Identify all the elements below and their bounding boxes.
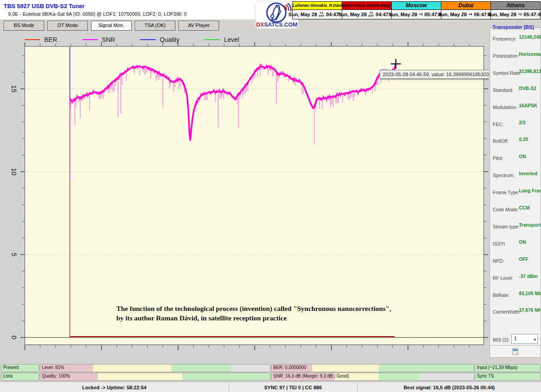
field-value: 16APSK: [519, 103, 537, 108]
field-label: ISSYI: [493, 241, 505, 246]
field-pilot-: Pilot:ON: [493, 154, 540, 167]
field-carrierwidth-: CarrierWidth:37,676 MHz: [493, 307, 540, 321]
field-modulation-: Modulation:16APSK: [493, 103, 540, 116]
field-value: 83,105 Mbit/s: [519, 291, 541, 296]
field-stream-type-: Stream type:Transport: [493, 222, 540, 236]
field-label: Polarization:: [493, 53, 519, 59]
field-value: DVB-S2: [519, 86, 536, 91]
meter-label: SNR: 16,3 dB (Margin: 9,3 dB | Good): [273, 374, 349, 378]
mis-dropdown[interactable]: 1 ▾: [511, 334, 538, 344]
meter-label: Lock: [3, 374, 13, 378]
field-value: Inverted: [519, 171, 537, 176]
tab-bs-mode[interactable]: BS Mode: [4, 21, 44, 31]
clock-city-label: Moscow: [392, 2, 441, 10]
status-lock-uptime: Locked -> Uptime: 58:22:54: [0, 382, 229, 392]
clock-time: Sun, May 28+1DST04:47:42: [342, 10, 391, 19]
annotation-line1: The function of the technological proces…: [116, 304, 459, 313]
chart-annotation: The function of the technological proces…: [116, 304, 459, 323]
mis-label: MIS (2):: [493, 337, 509, 342]
chevron-down-icon: ▾: [534, 336, 536, 344]
world-clocks: Lučenec-Slovakia_R.DávidSun, May 28+1DST…: [292, 1, 541, 19]
meter-segment: [312, 365, 379, 372]
status-bar: Locked -> Uptime: 58:22:54 SYNC 97 | TEI…: [0, 382, 541, 392]
y-tick-label-10: 10: [10, 168, 18, 176]
field-frame-type-: Frame Type:Long Frame: [493, 188, 540, 201]
y-tick-label-0: 0: [10, 336, 18, 339]
field-value: 2/3: [519, 120, 526, 125]
field-symbol-rate-: Symbol Rate:31396,813 KS/s: [493, 68, 540, 82]
field-frequency-: Frequency:12149,245 MHz: [493, 34, 540, 48]
meter-segment: [419, 373, 474, 380]
field-label: Stream type:: [493, 224, 520, 229]
meter-quality: Quality: 100%: [40, 373, 270, 381]
field-bitrate-: BitRate:83,105 Mbit/s: [493, 291, 540, 304]
meter-label: Present: [3, 365, 18, 370]
meter-label: BER: 0,0000000: [273, 365, 306, 370]
field-label: Symbol Rate:: [493, 70, 521, 76]
meter-segment: [171, 365, 231, 372]
meter-label: Sync TS: [477, 374, 494, 378]
y-tick-label-5: 5: [10, 253, 18, 256]
clock-city-label: Dubai: [441, 2, 491, 10]
field-value: -37 dBm: [519, 273, 537, 279]
meter-segment: [379, 373, 419, 380]
status-best-signal: Best signal: 16,5 dB (2023-05-26 05:44): [358, 382, 541, 392]
app-window: TBS 5927 USB DVB-S2 Tuner 9.0E - Eutelsa…: [0, 0, 541, 392]
tab-av-player[interactable]: AV Player: [179, 21, 219, 31]
list-window-icon: [512, 348, 519, 355]
field-value: ON: [519, 239, 526, 245]
field-value: Horizontal: [519, 51, 541, 57]
field-label: Frame Type:: [493, 190, 519, 195]
tab-bar: BS ModeDT ModeSignal Mon.TSA (OK)AV Play…: [0, 19, 489, 31]
chart-tooltip: 2023-05-28 04.46.59, value: 16,399999618…: [380, 70, 492, 79]
tab-signal-mon-[interactable]: Signal Mon.: [91, 21, 132, 31]
clock-1: Berlin-Paris-Vienna-BelgradeSun, May 28+…: [342, 2, 392, 19]
signal-meters: PresentLevel: 81%BER: 0,0000000Input (~2…: [0, 363, 541, 382]
clock-time: Sun, May 28+1DST04:47:42: [293, 10, 342, 19]
field-label: Spectrum:: [493, 173, 514, 178]
field-value: Transport: [519, 222, 541, 228]
meter-lock: Lock: [1, 373, 39, 381]
field-value: 12149,245 MHz: [519, 34, 541, 40]
field-fec-: FEC:2/3: [493, 120, 540, 133]
clock-city-label: Athens: [491, 2, 540, 10]
field-label: Modulation:: [493, 105, 517, 110]
stream-list-button[interactable]: [490, 345, 541, 358]
field-rf-level-: RF Level:-37 dBm: [493, 273, 540, 287]
meter-segment: [98, 373, 183, 380]
field-label: Frequency:: [493, 36, 517, 41]
clock-4: AthensSun, May 28+305:47:42: [491, 2, 540, 19]
field-label: Code Mode:: [493, 207, 518, 212]
y-tick-label-15: 15: [10, 85, 18, 93]
logo-text: DXSATCS.COM: [256, 22, 297, 28]
window-title: TBS 5927 USB DVB-S2 Tuner: [4, 3, 85, 9]
clock-3: DubaiSun, May 28+406:47:42: [441, 2, 491, 19]
field-label: FEC:: [493, 122, 504, 127]
field-value: 37,676 MHz: [519, 307, 541, 313]
meter-segment: [231, 365, 270, 372]
field-value: OFF: [519, 256, 528, 262]
field-value: 31396,813 KS/s: [519, 68, 541, 74]
meter-snr: SNR: 16,3 dB (Margin: 9,3 dB | Good): [271, 373, 474, 381]
field-code-mode-: Code Mode:CCM: [493, 205, 540, 219]
meter-ber: BER: 0,0000000: [271, 364, 474, 372]
status-sync-counters: SYNC 97 | TEI 0 | CC 886: [229, 382, 358, 392]
clock-time: Sun, May 28+305:47:42: [491, 10, 540, 19]
meter-level: Level: 81%: [40, 364, 270, 372]
field-label: CarrierWidth:: [493, 309, 521, 315]
field-value: CCM: [519, 205, 530, 210]
field-spectrum-: Spectrum:Inverted: [493, 171, 540, 184]
field-value: ON: [519, 154, 526, 159]
field-issyi: ISSYION: [493, 239, 540, 253]
tab-dt-mode[interactable]: DT Mode: [47, 21, 88, 31]
field-npd-: NPD:OFF: [493, 256, 540, 270]
field-rolloff-: RollOff:0.20: [493, 137, 540, 150]
field-value: Long Frame: [519, 188, 541, 193]
tab-tsa-ok-[interactable]: TSA (OK): [135, 21, 175, 31]
field-polarization-: Polarization:Horizontal: [493, 51, 540, 65]
field-label: NPD:: [493, 258, 504, 264]
meter-label: Level: 81%: [42, 365, 64, 370]
field-label: RF Level:: [493, 275, 513, 281]
meter-label: Quality: 100%: [42, 374, 70, 378]
clock-city-label: Berlin-Paris-Vienna-Belgrade: [342, 2, 391, 10]
